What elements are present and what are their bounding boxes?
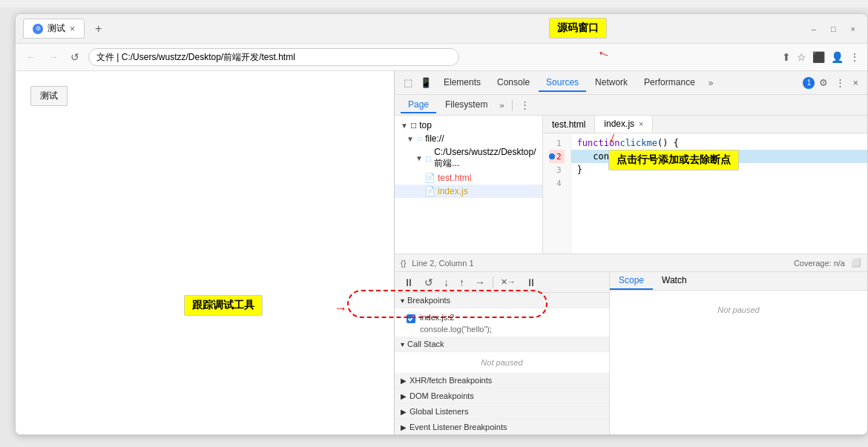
profile-icon[interactable]: 👤 [831,51,844,63]
devtools-more-tabs[interactable]: » [704,75,718,91]
scope-tab-scope[interactable]: Scope [610,272,653,290]
line-number-4[interactable]: 4 [549,176,565,190]
tree-label-index-js: index.js [438,186,468,196]
code-line-4 [571,176,867,190]
debug-step-over-btn[interactable]: ↺ [421,275,436,290]
file-tree: ▼ □ top ▼ ○ file:// ▼ □ C:/Users/wustzz/… [395,116,543,254]
tree-label-test-html: test.html [438,173,471,183]
extension-icon[interactable]: ⬛ [812,51,825,63]
tab-console[interactable]: Console [490,74,537,92]
devtools-close-btn[interactable]: × [849,76,861,90]
address-bar: ← → ↺ ⬆ ☆ ⬛ 👤 ⋮ [16,44,867,71]
braces-icon: {} [401,259,406,268]
subtab-options-btn[interactable]: ⋮ [517,98,533,112]
code-tab-test-html[interactable]: test.html [543,116,595,133]
scope-not-paused: Not paused [610,299,867,320]
scope-tab-watch[interactable]: Watch [653,272,696,290]
callstack-arrow: ▾ [401,340,404,348]
tree-item-test-html[interactable]: 📄 test.html [395,171,542,185]
devtools-bottom-panel: ⏸ ↺ ↓ ↑ → ✕→ ⏸ ▾ Breakpoints [395,271,867,434]
tab-close-btn[interactable]: × [70,24,75,34]
bookmark-icon[interactable]: ☆ [797,51,806,63]
code-tab-js-close[interactable]: × [639,119,643,128]
debug-pause-exceptions-btn[interactable]: ⏸ [523,275,539,290]
tab-sources[interactable]: Sources [539,74,586,92]
address-input[interactable] [88,48,459,66]
tab-favicon: ⚙ [33,24,43,34]
tree-item-file-protocol[interactable]: ▼ ○ file:// [395,132,542,145]
callstack-label: Call Stack [407,340,444,348]
global-section-header[interactable]: ▶ Global Listeners [395,404,609,420]
debug-separator [493,277,493,288]
debug-step-into-btn[interactable]: ↓ [441,275,452,290]
forward-button[interactable]: → [45,50,62,64]
code-tab-index-js[interactable]: index.js × [595,116,653,133]
tab-elements[interactable]: Elements [436,74,488,92]
debug-step-out-btn[interactable]: ↑ [456,275,467,290]
global-label: Global Listeners [410,407,469,416]
debug-step-btn[interactable]: → [472,275,488,290]
tab-performance[interactable]: Performance [637,74,703,92]
new-tab-button[interactable]: + [91,21,106,37]
tree-item-top[interactable]: ▼ □ top [395,119,542,132]
devtools-body: ▼ □ top ▼ ○ file:// ▼ □ C:/Users/wustzz/… [395,116,867,254]
debug-pause-btn[interactable]: ⏸ [401,275,417,290]
event-section-header[interactable]: ▶ Event Listener Breakpoints [395,420,609,434]
devtools-inspect-btn[interactable]: ⬚ [401,76,415,90]
status-line-col: Line 2, Column 1 [412,259,473,268]
code-area: test.html index.js × 1 2 [543,116,867,254]
tree-item-path[interactable]: ▼ □ C:/Users/wustzz/Desktop/前端... [395,145,542,171]
notification-badge: 1 [803,77,815,89]
tree-label-file: file:// [425,133,444,144]
subtab-page[interactable]: Page [401,97,436,113]
win-maximize[interactable]: □ [826,23,841,35]
callstack-not-paused: Not paused [395,352,609,373]
subtab-filesystem[interactable]: Filesystem [438,97,495,113]
tree-icon-js: 📄 [424,186,435,196]
breakpoint-item-1: index.js:2 [407,311,597,325]
annotation-source-window: 源码窗口 [549,18,607,39]
browser-tab[interactable]: ⚙ 测试 × [23,19,85,39]
coverage-icon: ⬜ [851,258,861,268]
callstack-section-header[interactable]: ▾ Call Stack [395,337,609,352]
devtools-settings-btn[interactable]: ⚙ [816,76,831,90]
breakpoint-checkbox[interactable] [407,314,415,323]
xhr-arrow: ▶ [401,377,407,385]
tree-item-index-js[interactable]: 📄 index.js [395,185,542,198]
xhr-section-header[interactable]: ▶ XHR/fetch Breakpoints [395,373,609,388]
debug-toolbar: ⏸ ↺ ↓ ↑ → ✕→ ⏸ [395,272,609,293]
breakpoints-arrow: ▾ [401,297,404,305]
line-number-1[interactable]: 1 [549,136,565,150]
fn-parens: () { [657,138,679,148]
dom-section-header[interactable]: ▶ DOM Breakpoints [395,388,609,404]
devtools-options-btn[interactable]: ⋮ [832,76,848,90]
back-button[interactable]: ← [23,50,39,64]
bottom-left-panel: ⏸ ↺ ↓ ↑ → ✕→ ⏸ ▾ Breakpoints [395,272,610,434]
share-icon[interactable]: ⬆ [782,51,791,63]
reload-button[interactable]: ↺ [68,50,82,64]
subtab-more[interactable]: » [496,99,507,111]
breakpoints-section-header[interactable]: ▾ Breakpoints [395,293,609,308]
line-number-2[interactable]: 2 [549,150,565,163]
line-number-3[interactable]: 3 [549,163,565,176]
debug-deactivate-btn[interactable]: ✕→ [498,276,519,288]
tree-label-top: top [419,120,432,130]
win-minimize[interactable]: – [807,23,821,35]
devtools-panel: ⬚ 📱 Elements Console Sources Network Per… [394,71,867,434]
menu-icon[interactable]: ⋮ [849,51,860,63]
devtools-status-bar: {} Line 2, Column 1 Coverage: n/a ⬜ [395,254,867,271]
sources-subtoolbar: Page Filesystem » ⋮ [395,95,867,116]
coverage-text: Coverage: n/a [794,259,845,268]
tree-arrow-path: ▼ [415,154,423,162]
page-test-button[interactable]: 测试 [30,86,68,106]
xhr-label: XHR/fetch Breakpoints [410,376,492,385]
dom-label: DOM Breakpoints [410,391,474,400]
devtools-device-btn[interactable]: 📱 [417,76,435,90]
global-arrow: ▶ [401,408,407,416]
annotation-debug-tools: 跟踪调试工具 [184,295,263,316]
main-content: 测试 ⬚ 📱 Elements Console Sources Network … [16,71,867,434]
event-label: Event Listener Breakpoints [410,423,507,431]
win-close[interactable]: × [846,23,860,35]
tab-title: 测试 [47,22,65,35]
tab-network[interactable]: Network [588,74,635,92]
